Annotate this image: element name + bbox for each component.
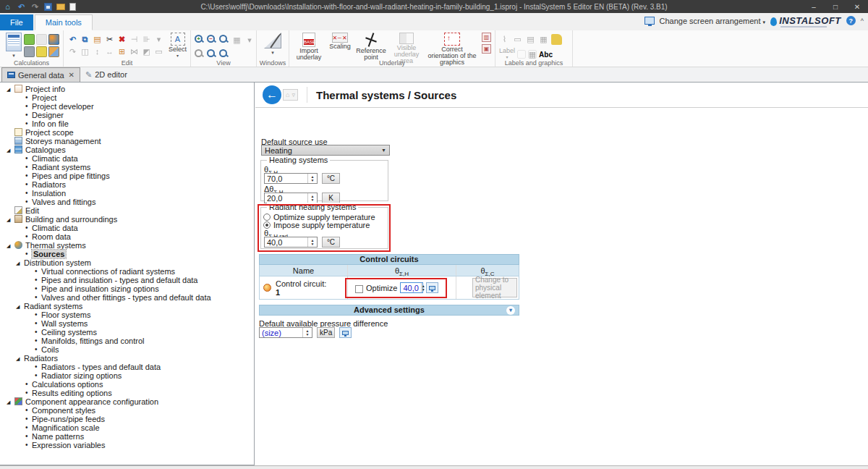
tree-item-pipes-and-insulation-types-and-default-data[interactable]: •Pipes and insulation - types and defaul…	[0, 276, 254, 284]
tree-item-radiator-sizing-options[interactable]: •Radiator sizing options	[0, 371, 254, 380]
save-icon[interactable]	[44, 3, 52, 11]
tab-file[interactable]: File	[0, 14, 33, 30]
tree-item-climatic-data[interactable]: •Climatic data	[0, 224, 254, 232]
tree-item-radiant-systems[interactable]: ◢Radiant systems	[0, 302, 254, 310]
tab-general-data[interactable]: General data ✕	[1, 67, 80, 82]
change-screen-arrangement-button[interactable]: Change screen arrangement ▾	[660, 17, 766, 25]
tree-item-edit[interactable]: Edit	[0, 206, 254, 215]
open-file-icon[interactable]	[56, 4, 65, 10]
tree-item-radiators[interactable]: ◢Radiators	[0, 354, 254, 363]
tree-item-coils[interactable]: •Coils	[0, 345, 254, 354]
tree-item-radiators-types-and-default-data[interactable]: •Radiators - types and default data	[0, 363, 254, 371]
tree-item-climatic-data[interactable]: •Climatic data	[0, 154, 254, 163]
circuit-temp-input[interactable]: 40,0 ▲▼	[400, 282, 423, 293]
theta-sh-unit-button[interactable]: °C	[322, 173, 340, 184]
tree-item-name-patterns[interactable]: •Name patterns	[0, 432, 254, 441]
change-to-physical-element-button[interactable]: Change to physical element	[472, 278, 517, 297]
tree-item-info-on-file[interactable]: •Info on file	[0, 119, 254, 128]
close-tab-icon[interactable]: ✕	[69, 71, 75, 79]
abc-text-icon[interactable]: Abc	[539, 51, 553, 59]
tree-item-room-data[interactable]: •Room data	[0, 232, 254, 241]
calc-option-5-icon[interactable]	[36, 46, 47, 57]
tab-2d-editor[interactable]: ✎ 2D editor	[80, 67, 132, 82]
tree-item-expression-variables[interactable]: •Expression variables	[0, 441, 254, 449]
close-button[interactable]: ✕	[846, 0, 868, 13]
redo-icon[interactable]: ↷	[30, 2, 40, 12]
measure-icon[interactable]: ⊞	[116, 46, 127, 57]
delete-icon[interactable]: ✖	[116, 34, 127, 45]
tree-item-virtual-connections-of-radiant-systems[interactable]: •Virtual connections of radiant systems	[0, 267, 254, 276]
tree-item-radiators[interactable]: •Radiators	[0, 180, 254, 189]
default-source-use-select[interactable]: Heating ▼	[261, 145, 390, 156]
tree-item-insulation[interactable]: •Insulation	[0, 189, 254, 198]
theta-sh-input[interactable]: 70,0 ▲▼	[264, 173, 318, 184]
calc-option-1-icon[interactable]	[24, 34, 35, 45]
tree-item-storeys-management[interactable]: Storeys management	[0, 137, 254, 145]
tree-item-project-scope[interactable]: Project scope	[0, 128, 254, 137]
optimize-radio-icon[interactable]	[263, 214, 271, 221]
tree-item-component-styles[interactable]: •Component styles	[0, 406, 254, 415]
impose-radio-icon[interactable]	[263, 221, 271, 229]
reference-point-button[interactable]: Reference point	[355, 33, 387, 61]
advanced-chevron-icon[interactable]: ▾	[506, 306, 515, 315]
zoom-area-icon[interactable]: ●	[219, 35, 227, 43]
theta-sh-rad-unit-button[interactable]: °C	[322, 237, 340, 248]
zoom-prev-icon[interactable]	[195, 49, 203, 57]
minimize-button[interactable]: –	[803, 0, 825, 13]
import-underlay-button[interactable]: BASE Import underlay	[293, 33, 325, 61]
tree-item-floor-systems[interactable]: •Floor systems	[0, 310, 254, 319]
calculations-dropdown-icon[interactable]: ▾	[12, 53, 15, 59]
zoom-all-icon[interactable]	[219, 49, 227, 57]
tree-item-radiant-systems[interactable]: •Radiant systems	[0, 163, 254, 172]
tree-item-project[interactable]: •Project	[0, 93, 254, 102]
back-button[interactable]: ←	[263, 85, 281, 104]
tree-item-sources[interactable]: •Sources	[0, 250, 254, 258]
calculations-icon[interactable]	[6, 33, 22, 51]
zoom-fit-icon[interactable]	[207, 49, 215, 57]
tree-item-manifolds-fittings-and-control[interactable]: •Manifolds, fittings and control	[0, 337, 254, 345]
select-button[interactable]: A Select ▾	[169, 33, 187, 58]
new-file-icon[interactable]	[69, 3, 76, 11]
tree-item-magnification-scale[interactable]: •Magnification scale	[0, 423, 254, 432]
undo-edit-icon[interactable]: ↶	[67, 34, 78, 45]
zoom-out-icon[interactable]: −	[207, 35, 215, 43]
tree-item-pipe-and-insulation-sizing-options[interactable]: •Pipe and insulation sizing options	[0, 284, 254, 293]
underlay-extra-2-icon[interactable]: ▣	[482, 44, 491, 54]
tree-item-designer[interactable]: •Designer	[0, 111, 254, 119]
tree-item-distribution-system[interactable]: ◢Distribution system	[0, 258, 254, 267]
tree-item-catalogues[interactable]: ◢Catalogues	[0, 145, 254, 154]
scaling-button[interactable]: ✕┄✕ Scaling	[327, 33, 353, 50]
pick-from-drawing-button[interactable]	[426, 282, 438, 293]
underlay-extra-1-icon[interactable]: ▥	[482, 33, 491, 42]
tree-item-ceiling-systems[interactable]: •Ceiling systems	[0, 328, 254, 337]
tree-item-thermal-systems[interactable]: ◢Thermal systems	[0, 241, 254, 250]
help-icon[interactable]: ?	[846, 16, 856, 25]
calc-option-3-icon[interactable]	[48, 34, 59, 45]
tree-item-valves-and-other-fittings-types-and-default-data[interactable]: •Valves and other fittings - types and d…	[0, 293, 254, 302]
maximize-button[interactable]: □	[825, 0, 846, 13]
pressure-unit-button[interactable]: kPa	[317, 327, 335, 338]
undo-icon[interactable]: ↶	[17, 2, 26, 12]
tree-item-component-appearance-configuration[interactable]: ◢Component appearance configuration	[0, 397, 254, 406]
calc-option-6-icon[interactable]	[48, 46, 59, 57]
tree-item-wall-systems[interactable]: •Wall systems	[0, 319, 254, 328]
cut-icon[interactable]: ✂	[104, 34, 115, 45]
zoom-in-icon[interactable]: +	[195, 35, 203, 43]
delta-theta-sh-unit-button[interactable]: K	[322, 193, 340, 203]
control-circuits-bar[interactable]: Control circuits	[259, 254, 519, 265]
calc-option-4-icon[interactable]	[24, 46, 35, 57]
tree-item-results-editing-options[interactable]: •Results editing options	[0, 389, 254, 397]
optimize-checkbox[interactable]	[355, 285, 363, 293]
collapse-ribbon-icon[interactable]: ^	[861, 17, 864, 25]
windows-dropdown-icon[interactable]: ▾	[271, 50, 274, 56]
tree-item-pipe-runs-pipe-feeds[interactable]: •Pipe-runs/pipe feeds	[0, 415, 254, 423]
delta-theta-sh-input[interactable]: 20,0 ▲▼	[264, 193, 318, 203]
pressure-pick-button[interactable]	[339, 327, 352, 338]
paste-icon[interactable]: ▤	[92, 34, 103, 45]
tab-main-tools[interactable]: Main tools	[35, 14, 93, 30]
tree-item-valves-and-fittings[interactable]: •Valves and fittings	[0, 198, 254, 206]
theta-sh-rad-input[interactable]: 40,0 ▲▼	[264, 237, 318, 248]
copy-icon[interactable]: ⧉	[80, 34, 90, 45]
tree-item-project-developer[interactable]: •Project developer	[0, 102, 254, 111]
tree-item-project-info[interactable]: ◢Project info	[0, 85, 254, 93]
